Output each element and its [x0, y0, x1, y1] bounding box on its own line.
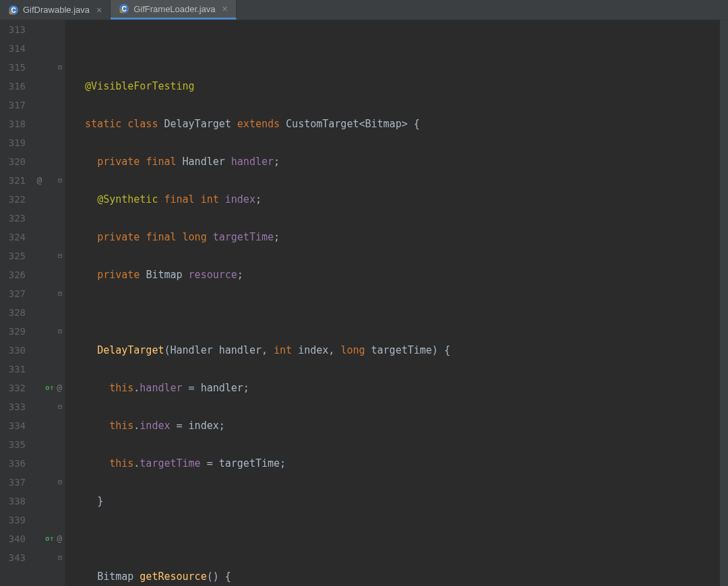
line-number: 332: [0, 379, 26, 397]
code-line: this.index = index;: [73, 416, 728, 435]
line-number: 329: [0, 322, 26, 341]
line-number: 331: [0, 360, 26, 379]
close-icon[interactable]: ×: [222, 3, 228, 14]
annotation-marker[interactable]: @: [57, 379, 62, 397]
line-number: 339: [0, 511, 26, 529]
fold-close-icon[interactable]: ⊟: [58, 247, 62, 265]
code-line: private Bitmap resource;: [73, 265, 728, 284]
line-number: 327: [0, 284, 26, 303]
code-line: this.handler = handler;: [73, 379, 728, 397]
editor-tabs: C GifDrawable.java × C GifFrameLoader.ja…: [0, 0, 728, 20]
fold-close-icon[interactable]: ⊟: [58, 473, 62, 492]
code-line: }: [73, 492, 728, 511]
override-marker-icon[interactable]: o↑: [45, 379, 54, 397]
code-line: @Synthetic final int index;: [73, 190, 728, 209]
code-line: this.targetTime = targetTime;: [73, 454, 728, 473]
line-number-gutter: 313 314 315 316 317 318 319 320 321 322 …: [0, 20, 30, 586]
fold-open-icon[interactable]: ⊟: [58, 58, 62, 77]
code-line: private final Handler handler;: [73, 152, 728, 171]
svg-point-2: [9, 11, 13, 14]
line-number: 322: [0, 190, 26, 209]
code-line: Bitmap getResource() {: [73, 567, 728, 586]
line-number: 336: [0, 454, 26, 473]
vertical-scrollbar[interactable]: [720, 20, 728, 586]
line-number: 335: [0, 435, 26, 454]
code-line: private final long targetTime;: [73, 228, 728, 247]
line-number: 330: [0, 341, 26, 360]
tab-gifframeloader[interactable]: C GifFrameLoader.java ×: [111, 0, 237, 20]
fold-open-icon[interactable]: ⊟: [58, 171, 62, 190]
line-number: 340: [0, 529, 26, 548]
annotation-marker[interactable]: @: [36, 171, 42, 190]
close-icon[interactable]: ×: [96, 5, 102, 15]
code-line: @VisibleForTesting: [73, 77, 728, 96]
line-number: 324: [0, 228, 26, 247]
line-number: 333: [0, 397, 26, 416]
line-number: 315: [0, 58, 26, 77]
line-number: 334: [0, 416, 26, 435]
tab-label: GifFrameLoader.java: [133, 4, 215, 14]
override-marker-icon[interactable]: o↑: [45, 529, 54, 548]
svg-point-5: [120, 10, 123, 13]
annotation-marker[interactable]: @: [57, 529, 62, 548]
code-area[interactable]: @VisibleForTesting static class DelayTar…: [65, 20, 728, 586]
line-number: 321: [0, 171, 26, 190]
fold-close-icon[interactable]: ⊟: [58, 322, 62, 341]
fold-open-icon[interactable]: ⊟: [58, 397, 62, 416]
line-number: 314: [0, 39, 26, 58]
tab-gifdrawable[interactable]: C GifDrawable.java ×: [0, 0, 111, 20]
line-number: 317: [0, 96, 26, 115]
code-line: static class DelayTarget extends CustomT…: [73, 115, 728, 133]
tab-label: GifDrawable.java: [23, 5, 90, 15]
line-number: 323: [0, 209, 26, 228]
line-number: 320: [0, 152, 26, 171]
line-number: 328: [0, 303, 26, 322]
line-number: 338: [0, 492, 26, 511]
fold-close-icon[interactable]: ⊟: [58, 548, 62, 567]
code-line: [73, 39, 728, 58]
code-line: [73, 529, 728, 548]
line-number: 318: [0, 115, 26, 133]
code-line: [73, 303, 728, 322]
line-number: 313: [0, 20, 26, 39]
fold-open-icon[interactable]: ⊟: [58, 284, 62, 303]
line-number: 325: [0, 247, 26, 265]
code-line: DelayTarget(Handler handler, int index, …: [73, 341, 728, 360]
line-number: 319: [0, 133, 26, 152]
code-editor[interactable]: 313 314 315 316 317 318 319 320 321 322 …: [0, 20, 728, 586]
line-number: 343: [0, 548, 26, 567]
line-number: 316: [0, 77, 26, 96]
gutter-annotations: ⊟ @ ⊟ ⊟ ⊟ ⊟ o↑ @ ⊟ ⊟ o↑ @ ⊟: [30, 20, 65, 586]
java-class-icon: C: [8, 5, 19, 15]
line-number: 326: [0, 265, 26, 284]
line-number: 337: [0, 473, 26, 492]
java-class-icon: C: [119, 3, 129, 14]
